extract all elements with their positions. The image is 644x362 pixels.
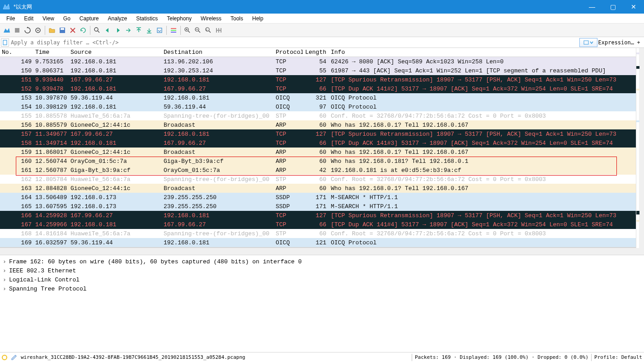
menu-statistics[interactable]: Statistics [132,14,162,23]
capture-options-icon[interactable] [33,25,43,35]
maximize-button[interactable]: ▢ [602,0,623,14]
zoom-out-icon[interactable] [193,25,203,35]
svg-line-20 [198,31,200,33]
svg-rect-28 [3,40,7,45]
status-file: wireshark_31CC28BD-19A2-4392-8FAB-19B7C9… [21,354,245,360]
svg-rect-12 [171,28,176,29]
packet-row[interactable]: 1499.753165192.168.0.181113.96.202.106TC… [0,57,636,66]
expand-icon[interactable]: › [3,286,9,292]
zoom-in-icon[interactable] [183,25,193,35]
packet-list-header: No. Time Source Destination Protocol Len… [0,48,636,57]
resize-columns-icon[interactable] [214,25,224,35]
packet-list[interactable]: No. Time Source Destination Protocol Len… [0,48,636,248]
edit-capture-comment-icon[interactable] [11,354,17,361]
menubar: File Edit View Go Capture Analyze Statis… [0,14,644,24]
menu-edit[interactable]: Edit [19,14,38,23]
detail-line: ›Logical-Link Control [3,275,641,284]
svg-rect-0 [15,28,19,33]
filter-bookmark-icon[interactable] [1,38,9,47]
packet-row[interactable]: 1529.939478192.168.0.181167.99.66.27TCP6… [0,84,636,93]
packet-details-pane[interactable]: ›Frame 162: 60 bytes on wire (480 bits),… [0,255,644,352]
menu-go[interactable]: Go [59,14,75,23]
svg-point-2 [38,29,39,31]
display-filter-bar: Expression… + [0,37,644,48]
menu-tools[interactable]: Tools [226,14,248,23]
packet-row[interactable]: 15310.39787059.36.119.44192.168.0.181OIC… [0,93,636,102]
minimize-button[interactable]: — [582,0,602,14]
stop-capture-icon[interactable] [12,25,22,35]
save-file-icon[interactable] [57,25,67,35]
packet-row[interactable]: 1509.806371192.168.0.181192.30.253.124TC… [0,66,636,75]
packet-row[interactable]: 16513.607595192.168.0.173239.255.255.250… [0,202,636,211]
status-profile[interactable]: Profile: Default [594,354,642,360]
packet-row[interactable]: 16814.816184HuaweiTe_56:6a:7aSpanning-tr… [0,229,636,238]
colorize-icon[interactable] [169,25,179,35]
expand-icon[interactable]: › [3,267,9,274]
close-button[interactable]: ✕ [623,0,644,14]
go-last-icon[interactable] [144,25,154,35]
col-protocol[interactable]: Protocol [274,49,303,56]
packet-row[interactable]: 15711.349677167.99.66.27192.168.0.181TCP… [0,129,636,138]
go-forward-icon[interactable] [113,25,123,35]
packet-row[interactable]: 16012.560744OrayCom_01:5c:7aGiga-Byt_b3:… [0,157,636,166]
col-time[interactable]: Time [33,49,69,56]
expert-info-icon[interactable] [2,355,7,360]
packet-row[interactable]: 16714.259966192.168.0.181167.99.66.27TCP… [0,220,636,229]
restart-capture-icon[interactable] [23,25,33,35]
packet-row[interactable]: 15510.885578HuaweiTe_56:6a:7aSpanning-tr… [0,111,636,120]
window-title: *以太网 [14,3,32,11]
open-file-icon[interactable] [47,25,57,35]
col-destination[interactable]: Destination [162,49,274,56]
packet-row[interactable]: 16312.884828GioneeCo_12:44:1cBroadcastAR… [0,184,636,193]
packet-row[interactable]: 16413.506489192.168.0.173239.255.255.250… [0,193,636,202]
packet-row[interactable]: 15811.349714192.168.0.181167.99.66.27TCP… [0,138,636,148]
packet-row[interactable]: 15610.885579GioneeCo_12:44:1cBroadcastAR… [0,120,636,129]
svg-line-16 [188,31,190,33]
display-filter-input[interactable] [9,38,579,47]
svg-rect-14 [171,32,176,33]
menu-file[interactable]: File [2,14,19,23]
menu-capture[interactable]: Capture [75,14,103,23]
packet-row[interactable]: 15410.398129192.168.0.18159.36.119.44OIC… [0,102,636,111]
col-source[interactable]: Source [69,49,162,56]
col-length[interactable]: Length [303,49,328,56]
go-first-icon[interactable] [134,25,144,35]
window-titlebar: *以太网 — ▢ ✕ [0,0,644,14]
packet-list-hscrollbar[interactable] [0,248,644,255]
go-to-icon[interactable] [123,25,133,35]
add-filter-button[interactable]: + [635,39,642,46]
svg-rect-29 [584,41,588,44]
packet-row[interactable]: 1519.939440167.99.66.27192.168.0.181TCP1… [0,75,636,84]
svg-line-23 [209,31,211,33]
svg-text:1: 1 [206,29,208,31]
reload-icon[interactable] [78,25,88,35]
start-capture-icon[interactable] [2,25,12,35]
menu-telephony[interactable]: Telephony [162,14,196,23]
detail-line: ›IEEE 802.3 Ethernet [3,266,641,275]
filter-history-dropdown[interactable] [579,38,597,47]
menu-help[interactable]: Help [248,14,268,23]
zoom-reset-icon[interactable]: 1 [203,25,213,35]
packet-row[interactable]: 16916.03259759.36.119.44192.168.0.181OIC… [0,238,636,247]
go-back-icon[interactable] [103,25,113,35]
status-packets: Packets: 169 · Displayed: 169 (100.0%) ·… [415,354,588,360]
expand-icon[interactable]: › [3,258,9,265]
col-no[interactable]: No. [0,49,33,56]
packet-minimap[interactable] [636,48,644,248]
packet-row[interactable]: 16212.805784HuaweiTe_56:6a:7aSpanning-tr… [0,175,636,184]
autoscroll-icon[interactable] [155,25,165,35]
menu-wireless[interactable]: Wireless [196,14,226,23]
close-file-icon[interactable] [68,25,78,35]
packet-row[interactable]: 16614.259928167.99.66.27192.168.0.181TCP… [0,211,636,220]
app-icon [3,3,10,10]
menu-view[interactable]: View [38,14,59,23]
expression-button[interactable]: Expression… [598,39,634,46]
svg-point-7 [94,28,98,31]
expand-icon[interactable]: › [3,276,9,283]
packet-row[interactable]: 16112.560787Giga-Byt_b3:9a:cfOrayCom_01:… [0,166,636,175]
menu-analyze[interactable]: Analyze [103,14,132,23]
packet-row[interactable]: 15911.868017GioneeCo_12:44:1cBroadcastAR… [0,148,636,157]
toolbar: 1 [0,24,644,37]
find-packet-icon[interactable] [92,25,102,35]
col-info[interactable]: Info [328,49,636,56]
